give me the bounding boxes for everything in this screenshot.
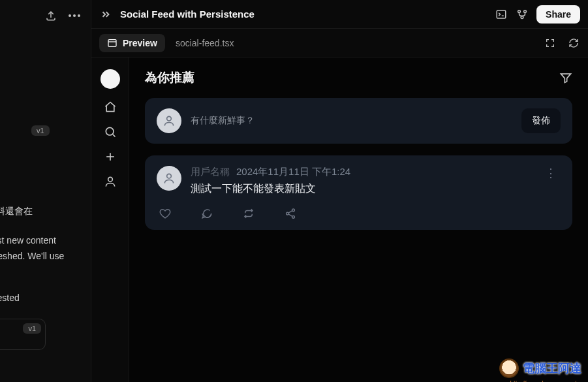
svg-point-9 — [108, 177, 112, 182]
filter-icon[interactable] — [559, 71, 572, 84]
svg-rect-3 — [497, 10, 506, 18]
post-menu-icon[interactable]: ⋮ — [541, 166, 561, 180]
svg-rect-7 — [108, 39, 116, 46]
side-text-fragment: post new content — [0, 235, 56, 246]
tab-file[interactable]: social-feed.tsx — [176, 38, 234, 48]
share-button[interactable]: Share — [536, 5, 580, 24]
side-text-fragment: efreshed. We'll use — [0, 251, 64, 261]
branch-icon[interactable] — [516, 8, 529, 21]
plus-icon[interactable] — [104, 150, 117, 163]
user-icon[interactable] — [104, 175, 117, 188]
svg-point-11 — [167, 174, 172, 178]
svg-point-6 — [521, 16, 523, 18]
svg-point-13 — [286, 212, 289, 215]
svg-point-2 — [78, 14, 80, 17]
svg-point-12 — [292, 209, 295, 212]
post-content: 測試一下能不能發表新貼文 — [191, 182, 532, 196]
svg-point-5 — [524, 10, 527, 12]
side-text-fragment: 資料還會在 — [0, 206, 33, 217]
avatar[interactable] — [101, 69, 120, 89]
app-main: 為你推薦 有什麼新鮮事？ 發佈 — [129, 57, 588, 382]
watermark-text: 電腦王阿達 — [523, 360, 581, 376]
post-actions — [157, 208, 561, 219]
app-sidebar — [91, 57, 129, 382]
side-panel: v1 資料還會在 post new content efreshed. We'l… — [0, 0, 91, 382]
publish-button[interactable]: 發佈 — [521, 108, 561, 133]
watermark-face-icon — [499, 358, 519, 378]
svg-point-8 — [106, 127, 114, 135]
svg-point-1 — [73, 14, 76, 17]
tab-preview-label: Preview — [123, 38, 157, 48]
share-icon[interactable] — [285, 208, 296, 219]
feed-header: 為你推薦 — [145, 69, 572, 86]
post-timestamp: 2024年11月11日 下午1:24 — [236, 166, 350, 178]
feed-title: 為你推薦 — [145, 69, 559, 86]
comment-icon[interactable] — [201, 208, 213, 219]
compose-input[interactable]: 有什麼新鮮事？ — [191, 115, 512, 127]
watermark: 電腦王阿達 http://www.kocpc.com.tw — [499, 358, 581, 378]
compose-card: 有什麼新鮮事？ 發佈 — [145, 98, 572, 144]
version-badge: v1 — [23, 323, 41, 334]
svg-point-4 — [518, 10, 521, 12]
svg-point-0 — [69, 14, 71, 17]
post-card: 用戶名稱 2024年11月11日 下午1:24 測試一下能不能發表新貼文 ⋮ — [145, 155, 572, 230]
home-icon[interactable] — [104, 101, 117, 114]
user-avatar — [157, 108, 181, 133]
side-text-fragment: quested — [0, 293, 20, 303]
version-card[interactable]: v1 — [0, 319, 46, 350]
heart-icon[interactable] — [159, 208, 171, 219]
refresh-icon[interactable] — [567, 37, 580, 50]
fullscreen-icon[interactable] — [544, 37, 557, 50]
chevrons-right-icon[interactable] — [99, 8, 112, 21]
page-title: Social Feed with Persistence — [120, 8, 487, 20]
search-icon[interactable] — [104, 125, 117, 138]
svg-point-14 — [292, 215, 295, 218]
post-username[interactable]: 用戶名稱 — [191, 166, 230, 178]
topbar: Social Feed with Persistence Share — [91, 0, 588, 29]
tabbar: Preview social-feed.tsx — [91, 29, 588, 57]
window-icon — [107, 38, 117, 48]
version-badge[interactable]: v1 — [31, 125, 50, 136]
svg-point-10 — [167, 116, 172, 121]
upload-icon[interactable] — [44, 9, 57, 22]
terminal-icon[interactable] — [495, 8, 508, 21]
more-icon[interactable] — [68, 9, 81, 22]
repost-icon[interactable] — [243, 208, 255, 219]
post-avatar[interactable] — [157, 166, 181, 191]
tab-preview[interactable]: Preview — [99, 34, 165, 52]
preview-stage: 為你推薦 有什麼新鮮事？ 發佈 — [91, 57, 588, 382]
main-region: Social Feed with Persistence Share Previ… — [91, 0, 588, 382]
